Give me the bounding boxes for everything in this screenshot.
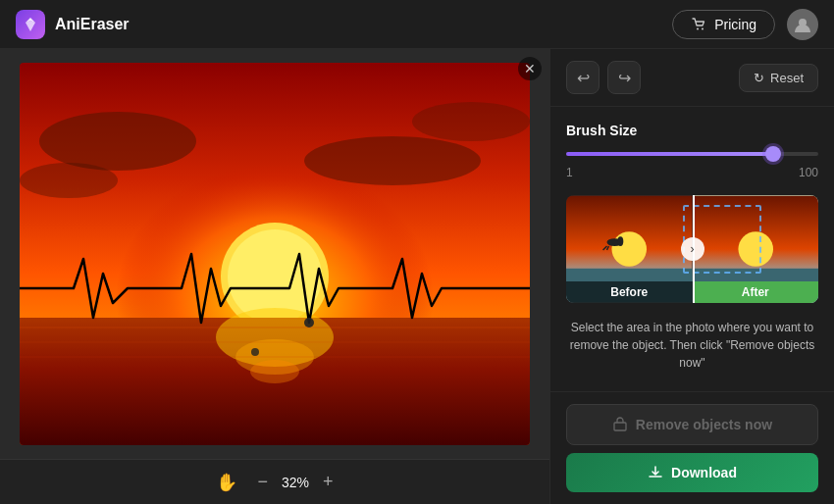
cart-icon	[691, 17, 706, 32]
svg-point-1	[702, 27, 704, 29]
undo-button[interactable]: ↩	[566, 61, 599, 94]
download-icon	[648, 465, 663, 480]
image-container[interactable]	[0, 49, 549, 459]
preview-arrow: ›	[681, 237, 704, 261]
slider-labels: 1 100	[566, 166, 818, 179]
canvas-bottom-toolbar: ✋ − 32% +	[0, 459, 549, 504]
pricing-button[interactable]: Pricing	[672, 10, 775, 39]
svg-point-0	[697, 27, 699, 29]
svg-point-24	[617, 236, 623, 246]
svg-point-17	[20, 163, 118, 198]
canvas-area: ✕	[0, 49, 549, 504]
app-name-label: AniEraser	[55, 16, 130, 33]
slider-track	[566, 152, 818, 156]
zoom-out-button[interactable]: −	[257, 472, 268, 492]
canvas-close-toolbar: ✕	[518, 57, 542, 80]
svg-point-21	[611, 231, 647, 267]
header-right: Pricing	[672, 9, 818, 40]
zoom-in-button[interactable]: +	[323, 472, 334, 492]
svg-point-14	[39, 112, 196, 171]
avatar[interactable]	[787, 9, 818, 40]
svg-point-15	[304, 136, 481, 185]
panel-content: Brush Size 1 100	[550, 107, 834, 391]
zoom-level: 32%	[276, 475, 315, 490]
download-button[interactable]: Download	[566, 453, 818, 492]
close-button[interactable]: ✕	[518, 57, 542, 80]
canvas-image[interactable]	[20, 63, 530, 445]
svg-point-16	[412, 102, 530, 141]
remove-icon	[612, 417, 628, 432]
remove-objects-button[interactable]: Remove objects now	[566, 404, 818, 445]
header-left: AniEraser	[16, 10, 130, 39]
brush-slider-container[interactable]	[566, 148, 818, 160]
pan-tool-icon[interactable]: ✋	[216, 472, 237, 493]
panel-toolbar-left: ↩ ↪	[566, 61, 641, 94]
slider-max-label: 100	[799, 166, 818, 179]
panel-toolbar: ↩ ↪ ↻ Reset	[550, 49, 834, 107]
after-label: After	[693, 281, 819, 303]
before-label: Before	[566, 281, 693, 303]
zoom-controls: − 32% +	[257, 472, 333, 492]
svg-point-19	[251, 348, 259, 356]
reset-button[interactable]: ↻ Reset	[739, 64, 818, 92]
instructions-text: Select the area in the photo where you w…	[566, 319, 818, 372]
svg-point-10	[250, 360, 299, 383]
reset-icon: ↻	[754, 71, 764, 85]
slider-fill	[566, 152, 773, 156]
slider-min-label: 1	[566, 166, 573, 179]
redo-button[interactable]: ↪	[607, 61, 641, 94]
brush-size-section: Brush Size 1 100	[566, 123, 818, 179]
panel-bottom: Remove objects now Download	[550, 391, 834, 504]
before-after-preview: ›	[566, 195, 818, 303]
brush-size-title: Brush Size	[566, 123, 818, 138]
svg-point-18	[304, 318, 314, 328]
header: AniEraser Pricing	[0, 0, 834, 49]
svg-rect-30	[614, 423, 626, 430]
right-panel: ↩ ↪ ↻ Reset Brush Size	[549, 49, 834, 504]
app-logo	[16, 10, 45, 39]
main-layout: ✕	[0, 49, 834, 504]
slider-thumb[interactable]	[765, 146, 781, 162]
